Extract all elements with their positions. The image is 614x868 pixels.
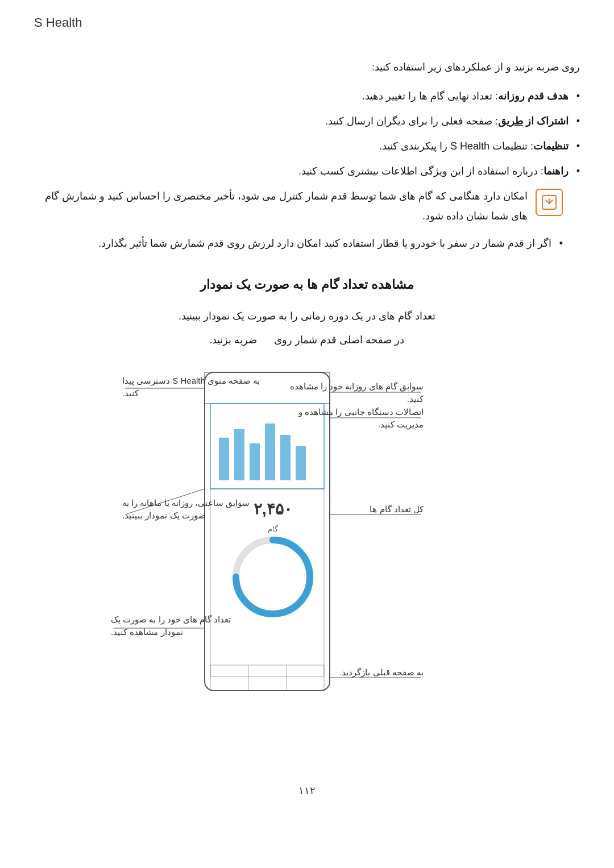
diagram-container: ۲,۴۵۰ گام سوابق گام های روزانه خود را مش… xyxy=(34,355,580,759)
list-item-travel: اگر از قدم شمار در سفر با خودرو یا قطار … xyxy=(34,234,563,253)
bullet-text-1: : تعداد نهایی گام ها را تغییر دهید. xyxy=(362,90,498,102)
app-title: S Health xyxy=(34,10,82,30)
svg-text:کنید.: کنید. xyxy=(122,388,139,398)
bullet-label-2: اشتراک از طریق xyxy=(498,115,569,127)
feature-list: هدف قدم روزانه: تعداد نهایی گام ها را تغ… xyxy=(34,86,580,181)
svg-text:تعداد گام های خود را به صورت ی: تعداد گام های خود را به صورت یک xyxy=(111,614,231,625)
bullet-text-3: : تنظیمات S Health را پیکربندی کنید. xyxy=(379,140,533,152)
bullet-label-1: هدف قدم روزانه xyxy=(498,90,569,102)
svg-rect-6 xyxy=(250,443,260,480)
note-text-2: اگر از قدم شمار در سفر با خودرو یا قطار … xyxy=(98,238,551,249)
list-item-share: اشتراک از طریق: صفحه فعلی را برای دیگران… xyxy=(34,111,580,131)
svg-text:نمودار مشاهده کنید.: نمودار مشاهده کنید. xyxy=(111,627,183,637)
note-list-2: اگر از قدم شمار در سفر با خودرو یا قطار … xyxy=(34,234,563,253)
page-number: ١١٢ xyxy=(34,782,580,800)
bullet-text-2: : صفحه فعلی را برای دیگران ارسال کنید. xyxy=(325,115,498,127)
list-item-help: راهنما: درباره استفاده از این ویژگی اطلا… xyxy=(34,161,580,181)
list-item-settings: تنظیمات: تنظیمات S Health را پیکربندی کن… xyxy=(34,136,580,156)
svg-rect-4 xyxy=(219,438,229,480)
note-text-1: امکان دارد هنگامی که گام های شما توسط قد… xyxy=(34,186,528,225)
svg-rect-14 xyxy=(210,665,324,691)
svg-text:کل تعداد گام ها: کل تعداد گام ها xyxy=(370,504,424,514)
svg-rect-9 xyxy=(296,446,306,480)
diagram-svg: ۲,۴۵۰ گام سوابق گام های روزانه خود را مش… xyxy=(34,355,580,753)
svg-text:مدیریت کنید.: مدیریت کنید. xyxy=(378,420,424,430)
svg-text:کنید.: کنید. xyxy=(407,394,424,404)
intro-line: روی ضربه بزنید و از عملکردهای زیر استفاد… xyxy=(34,57,580,77)
svg-text:اتصالات دستگاه جانبی را مشاهده: اتصالات دستگاه جانبی را مشاهده و xyxy=(298,407,424,417)
section-heading: مشاهده تعداد گام ها به صورت یک نمودار xyxy=(34,273,580,296)
note-box-1: امکان دارد هنگامی که گام های شما توسط قد… xyxy=(34,186,580,225)
svg-text:گام: گام xyxy=(268,525,279,534)
svg-text:۲,۴۵۰: ۲,۴۵۰ xyxy=(254,500,292,518)
svg-rect-7 xyxy=(265,423,275,480)
bullet-text-4: : درباره استفاده از این ویژگی اطلاعات بی… xyxy=(298,165,544,177)
svg-rect-8 xyxy=(280,435,291,480)
bullet-label-3: تنظیمات xyxy=(533,140,569,152)
note-box-2: اگر از قدم شمار در سفر با خودرو یا قطار … xyxy=(34,234,580,253)
svg-text:سوابق ساعتی، روزانه یا ماهانه : سوابق ساعتی، روزانه یا ماهانه را به xyxy=(122,498,250,508)
note-icon-1 xyxy=(536,189,563,216)
bullet-label-4: راهنما xyxy=(544,165,569,177)
list-item-goal: هدف قدم روزانه: تعداد نهایی گام ها را تغ… xyxy=(34,86,580,106)
svg-text:صورت یک نمودار ببینید.: صورت یک نمودار ببینید. xyxy=(122,510,206,521)
svg-text:سوابق گام های روزانه خود را مش: سوابق گام های روزانه خود را مشاهده xyxy=(290,381,424,392)
svg-rect-5 xyxy=(234,429,244,480)
section-desc-1: تعداد گام های در یک دوره زمانی را به صور… xyxy=(34,306,580,326)
svg-text:به صفحه قبلی بازگردید.: به صفحه قبلی بازگردید. xyxy=(339,667,424,678)
section-desc-2: در صفحه اصلی قدم شمار روی ضربه بزنید. xyxy=(34,330,580,350)
svg-rect-1 xyxy=(205,372,330,691)
svg-text:به صفحه منوی S Health دسترسی پ: به صفحه منوی S Health دسترسی پیدا xyxy=(122,376,260,386)
page-header: S Health xyxy=(34,11,580,34)
